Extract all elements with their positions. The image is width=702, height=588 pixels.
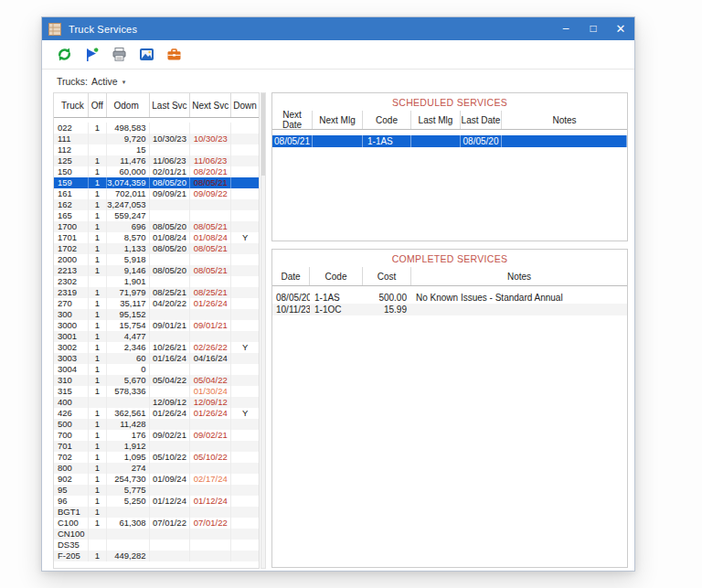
truck-row[interactable]: DS35 [54, 540, 259, 551]
next-svc-cell: 08/05/21 [190, 243, 231, 254]
scheduled-service-row[interactable]: 08/05/211-1AS08/05/20 [272, 135, 627, 147]
scrollbar-thumb[interactable] [261, 93, 265, 176]
column-header-date[interactable]: Date [272, 267, 310, 285]
app-window: Truck Services – □ ✕ [41, 16, 635, 572]
last-svc-cell [150, 254, 191, 265]
last-svc-cell: 02/01/21 [150, 166, 191, 177]
last-svc-cell: 09/02/21 [150, 430, 191, 441]
truck-row[interactable]: 3000115,75409/01/2109/01/21 [54, 320, 259, 331]
truck-row[interactable]: 1119,72010/30/2310/30/23 [54, 134, 259, 144]
odom-cell: 1,901 [107, 276, 150, 287]
column-header-last-mlg[interactable]: Last Mlg [411, 111, 461, 129]
refresh-icon [57, 47, 72, 62]
truck-cell: 500 [54, 419, 89, 430]
column-header-code[interactable]: Code [310, 267, 363, 285]
truck-row[interactable]: 8001274 [54, 463, 259, 474]
truck-row[interactable]: 4261362,56101/26/2401/26/24Y [54, 408, 259, 419]
off-cell: 1 [89, 375, 107, 386]
truck-row[interactable]: 500111,428 [54, 419, 259, 430]
next-svc-cell [190, 309, 231, 320]
truck-row[interactable]: 2319171,97908/25/2108/25/21 [54, 287, 259, 298]
truck-row[interactable]: 221319,14608/05/2008/05/21 [54, 265, 259, 276]
down-cell [231, 419, 259, 430]
truck-row[interactable]: 300410 [54, 364, 259, 375]
truck-row[interactable]: CN100 [54, 529, 259, 540]
trucks-filter-value: Active [91, 76, 118, 87]
truck-row[interactable]: 1611702,01109/09/2109/09/22 [54, 188, 259, 199]
truck-row[interactable]: 40012/09/1212/09/12 [54, 397, 259, 408]
truck-row[interactable]: 70211,09505/10/2205/10/22 [54, 452, 259, 463]
completed-service-row[interactable]: 10/11/231-1OC15.99 [272, 304, 627, 315]
column-header-next-date[interactable]: Next Date [272, 111, 313, 129]
truck-row[interactable]: 1700169608/05/2008/05/21 [54, 221, 259, 232]
window-controls: – □ ✕ [552, 17, 634, 40]
column-header-cost[interactable]: Cost [363, 267, 411, 285]
truck-row[interactable]: F-2051449,282 [54, 551, 259, 561]
run-button[interactable] [81, 44, 101, 66]
truck-row[interactable]: 270135,11704/20/2201/26/24 [54, 298, 259, 309]
truck-row[interactable]: 9515,775 [54, 485, 259, 496]
truck-row[interactable]: 9615,25001/12/2401/12/24 [54, 496, 259, 507]
off-cell: 1 [89, 243, 107, 254]
truck-row[interactable]: 31015,67005/04/2205/04/22 [54, 375, 259, 386]
completed-service-row[interactable]: 08/05/201-1AS500.00No Known Issues - Sta… [272, 292, 627, 304]
off-cell: 1 [89, 298, 107, 309]
column-header-notes[interactable]: Notes [502, 111, 627, 129]
last-date-cell: 08/05/20 [461, 135, 502, 147]
notes-cell [502, 135, 627, 147]
truck-row[interactable]: 150160,00002/01/2108/20/21 [54, 166, 259, 177]
close-button[interactable]: ✕ [607, 17, 634, 40]
toolbox-button[interactable] [164, 44, 184, 66]
last-svc-cell [150, 540, 191, 551]
truck-row[interactable]: 200015,918 [54, 254, 259, 265]
down-cell [231, 463, 259, 474]
truck-row[interactable]: 15913,074,35908/05/2008/05/21 [54, 177, 259, 188]
truck-row[interactable]: 11215 [54, 144, 259, 155]
next-svc-cell: 01/26/24 [190, 408, 231, 419]
column-header-last-svc[interactable]: Last Svc [150, 93, 191, 117]
truck-row[interactable]: 3151578,33601/30/24 [54, 386, 259, 397]
truck-row[interactable]: BGT11 [54, 507, 259, 518]
truck-row[interactable]: 300212,34610/26/2102/26/22Y [54, 342, 259, 353]
down-cell [231, 276, 259, 287]
odom-cell: 498,583 [107, 123, 150, 134]
refresh-button[interactable] [54, 44, 74, 66]
truck-row[interactable]: 170211,13308/05/2008/05/21 [54, 243, 259, 254]
column-header-last-date[interactable]: Last Date [461, 111, 502, 129]
column-header-off[interactable]: Off [89, 93, 107, 117]
truck-row[interactable]: 1651559,247 [54, 210, 259, 221]
truck-row[interactable]: 700117609/02/2109/02/21 [54, 430, 259, 441]
column-header-code[interactable]: Code [363, 111, 411, 129]
off-cell: 1 [89, 386, 107, 397]
truck-row[interactable]: 300316001/16/2404/16/24 [54, 353, 259, 364]
truck-row[interactable]: 23021,901 [54, 276, 259, 287]
column-header-next-mlg[interactable]: Next Mlg [313, 111, 363, 129]
truck-cell: 3004 [54, 364, 89, 375]
truck-cell: 112 [54, 144, 89, 155]
odom-cell: 3,247,053 [107, 199, 150, 210]
column-header-odom[interactable]: Odom [107, 93, 150, 117]
truck-row[interactable]: 300195,152 [54, 309, 259, 320]
trucks-table-scrollbar[interactable] [261, 92, 266, 569]
off-cell [89, 144, 107, 155]
truck-cell: 3000 [54, 320, 89, 331]
truck-row[interactable]: 300114,477 [54, 331, 259, 342]
column-header-truck[interactable]: Truck [54, 93, 89, 117]
column-header-next-svc[interactable]: Next Svc [190, 93, 231, 117]
truck-row[interactable]: 170118,57001/08/2401/08/24Y [54, 232, 259, 243]
truck-row[interactable]: 16213,247,053 [54, 199, 259, 210]
minimize-button[interactable]: – [552, 17, 580, 40]
truck-row[interactable]: 9021254,73001/09/2402/17/24 [54, 474, 259, 485]
cost-cell: 500.00 [363, 292, 411, 304]
truck-row[interactable]: 125111,47611/06/2311/06/23 [54, 155, 259, 166]
column-header-notes[interactable]: Notes [411, 267, 627, 285]
maximize-button[interactable]: □ [580, 17, 607, 40]
truck-row[interactable]: 70111,912 [54, 441, 259, 452]
column-header-down[interactable]: Down [231, 93, 259, 117]
print-button[interactable] [109, 44, 129, 66]
truck-row[interactable]: 0221498,583 [54, 123, 259, 134]
truck-row[interactable]: C100161,30807/01/2207/01/22 [54, 518, 259, 529]
last-svc-cell: 08/05/20 [150, 177, 191, 188]
image-button[interactable] [136, 44, 156, 66]
trucks-filter-dropdown[interactable]: Active ▾ [88, 76, 125, 87]
